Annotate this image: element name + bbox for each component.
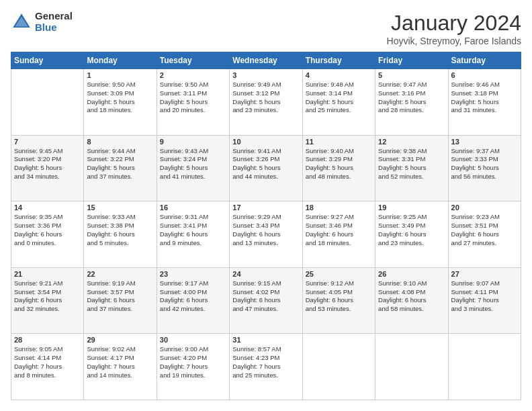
day-info: Sunrise: 9:50 AMSunset: 3:09 PMDaylight:… bbox=[87, 81, 153, 115]
table-row: 31Sunrise: 8:57 AMSunset: 4:23 PMDayligh… bbox=[230, 334, 302, 400]
day-number: 26 bbox=[378, 270, 445, 278]
day-info: Sunrise: 9:02 AMSunset: 4:17 PMDaylight:… bbox=[87, 345, 153, 379]
table-row: 27Sunrise: 9:07 AMSunset: 4:11 PMDayligh… bbox=[448, 267, 521, 334]
header-saturday: Saturday bbox=[448, 52, 521, 69]
day-info: Sunrise: 9:45 AMSunset: 3:20 PMDaylight:… bbox=[14, 147, 81, 181]
day-info: Sunrise: 9:15 AMSunset: 4:02 PMDaylight:… bbox=[232, 279, 299, 314]
day-info: Sunrise: 9:25 AMSunset: 3:49 PMDaylight:… bbox=[378, 213, 445, 247]
calendar-week-row: 21Sunrise: 9:21 AMSunset: 3:54 PMDayligh… bbox=[11, 267, 521, 334]
day-info: Sunrise: 9:31 AMSunset: 3:41 PMDaylight:… bbox=[160, 213, 226, 247]
header: General Blue January 2024 Hoyvik, Streym… bbox=[11, 11, 521, 46]
day-number: 1 bbox=[87, 71, 153, 79]
table-row bbox=[11, 69, 84, 136]
day-number: 23 bbox=[160, 270, 226, 278]
day-info: Sunrise: 9:12 AMSunset: 4:05 PMDaylight:… bbox=[306, 279, 372, 314]
day-number: 10 bbox=[232, 138, 299, 146]
day-info: Sunrise: 9:35 AMSunset: 3:36 PMDaylight:… bbox=[14, 213, 81, 247]
day-number: 6 bbox=[451, 71, 518, 79]
table-row: 25Sunrise: 9:12 AMSunset: 4:05 PMDayligh… bbox=[302, 267, 375, 334]
day-info: Sunrise: 9:00 AMSunset: 4:20 PMDaylight:… bbox=[160, 345, 226, 379]
day-info: Sunrise: 8:57 AMSunset: 4:23 PMDaylight:… bbox=[232, 345, 299, 379]
month-title: January 2024 bbox=[387, 11, 521, 36]
day-info: Sunrise: 9:05 AMSunset: 4:14 PMDaylight:… bbox=[14, 345, 81, 379]
table-row: 1Sunrise: 9:50 AMSunset: 3:09 PMDaylight… bbox=[84, 69, 157, 136]
table-row: 9Sunrise: 9:43 AMSunset: 3:24 PMDaylight… bbox=[157, 135, 229, 201]
table-row bbox=[375, 334, 448, 400]
logo-text: General Blue bbox=[35, 11, 73, 33]
day-info: Sunrise: 9:33 AMSunset: 3:38 PMDaylight:… bbox=[87, 213, 153, 247]
day-info: Sunrise: 9:48 AMSunset: 3:14 PMDaylight:… bbox=[306, 81, 372, 115]
day-number: 3 bbox=[232, 71, 299, 79]
page: General Blue January 2024 Hoyvik, Streym… bbox=[0, 0, 532, 411]
day-info: Sunrise: 9:41 AMSunset: 3:26 PMDaylight:… bbox=[232, 147, 299, 181]
day-number: 17 bbox=[232, 203, 299, 212]
calendar-week-row: 28Sunrise: 9:05 AMSunset: 4:14 PMDayligh… bbox=[11, 334, 521, 400]
day-number: 14 bbox=[14, 203, 81, 212]
header-wednesday: Wednesday bbox=[230, 52, 302, 69]
table-row: 14Sunrise: 9:35 AMSunset: 3:36 PMDayligh… bbox=[11, 201, 84, 268]
table-row: 18Sunrise: 9:27 AMSunset: 3:46 PMDayligh… bbox=[302, 201, 375, 268]
logo-blue: Blue bbox=[35, 22, 73, 34]
table-row: 13Sunrise: 9:37 AMSunset: 3:33 PMDayligh… bbox=[448, 135, 521, 201]
day-info: Sunrise: 9:47 AMSunset: 3:16 PMDaylight:… bbox=[378, 81, 445, 115]
day-info: Sunrise: 9:27 AMSunset: 3:46 PMDaylight:… bbox=[306, 213, 372, 247]
header-monday: Monday bbox=[84, 52, 157, 69]
day-number: 12 bbox=[378, 138, 445, 146]
day-number: 19 bbox=[378, 203, 445, 212]
header-thursday: Thursday bbox=[302, 52, 375, 69]
table-row: 5Sunrise: 9:47 AMSunset: 3:16 PMDaylight… bbox=[375, 69, 448, 136]
day-info: Sunrise: 9:17 AMSunset: 4:00 PMDaylight:… bbox=[160, 279, 226, 314]
day-info: Sunrise: 9:23 AMSunset: 3:51 PMDaylight:… bbox=[451, 213, 518, 247]
table-row: 10Sunrise: 9:41 AMSunset: 3:26 PMDayligh… bbox=[230, 135, 302, 201]
table-row: 20Sunrise: 9:23 AMSunset: 3:51 PMDayligh… bbox=[448, 201, 521, 268]
table-row: 11Sunrise: 9:40 AMSunset: 3:29 PMDayligh… bbox=[302, 135, 375, 201]
day-info: Sunrise: 9:43 AMSunset: 3:24 PMDaylight:… bbox=[160, 147, 226, 181]
table-row: 16Sunrise: 9:31 AMSunset: 3:41 PMDayligh… bbox=[157, 201, 229, 268]
table-row: 15Sunrise: 9:33 AMSunset: 3:38 PMDayligh… bbox=[84, 201, 157, 268]
table-row: 8Sunrise: 9:44 AMSunset: 3:22 PMDaylight… bbox=[84, 135, 157, 201]
day-number: 15 bbox=[87, 203, 153, 212]
table-row: 21Sunrise: 9:21 AMSunset: 3:54 PMDayligh… bbox=[11, 267, 84, 334]
calendar-week-row: 1Sunrise: 9:50 AMSunset: 3:09 PMDaylight… bbox=[11, 69, 521, 136]
table-row: 3Sunrise: 9:49 AMSunset: 3:12 PMDaylight… bbox=[230, 69, 302, 136]
day-number: 4 bbox=[306, 71, 372, 79]
table-row: 2Sunrise: 9:50 AMSunset: 3:11 PMDaylight… bbox=[157, 69, 229, 136]
day-number: 20 bbox=[451, 203, 518, 212]
table-row: 29Sunrise: 9:02 AMSunset: 4:17 PMDayligh… bbox=[84, 334, 157, 400]
day-number: 28 bbox=[14, 336, 81, 344]
header-tuesday: Tuesday bbox=[157, 52, 229, 69]
calendar-table: Sunday Monday Tuesday Wednesday Thursday… bbox=[11, 52, 521, 400]
day-number: 11 bbox=[306, 138, 372, 146]
table-row: 22Sunrise: 9:19 AMSunset: 3:57 PMDayligh… bbox=[84, 267, 157, 334]
table-row bbox=[448, 334, 521, 400]
day-info: Sunrise: 9:29 AMSunset: 3:43 PMDaylight:… bbox=[232, 213, 299, 247]
header-friday: Friday bbox=[375, 52, 448, 69]
calendar-week-row: 7Sunrise: 9:45 AMSunset: 3:20 PMDaylight… bbox=[11, 135, 521, 201]
day-info: Sunrise: 9:07 AMSunset: 4:11 PMDaylight:… bbox=[451, 279, 518, 314]
day-info: Sunrise: 9:46 AMSunset: 3:18 PMDaylight:… bbox=[451, 81, 518, 115]
logo: General Blue bbox=[11, 11, 73, 33]
day-number: 16 bbox=[160, 203, 226, 212]
day-number: 29 bbox=[87, 336, 153, 344]
day-info: Sunrise: 9:49 AMSunset: 3:12 PMDaylight:… bbox=[232, 81, 299, 115]
table-row: 19Sunrise: 9:25 AMSunset: 3:49 PMDayligh… bbox=[375, 201, 448, 268]
table-row: 4Sunrise: 9:48 AMSunset: 3:14 PMDaylight… bbox=[302, 69, 375, 136]
header-sunday: Sunday bbox=[11, 52, 84, 69]
logo-icon bbox=[11, 11, 32, 33]
day-number: 30 bbox=[160, 336, 226, 344]
table-row: 6Sunrise: 9:46 AMSunset: 3:18 PMDaylight… bbox=[448, 69, 521, 136]
day-number: 8 bbox=[87, 138, 153, 146]
day-number: 22 bbox=[87, 270, 153, 278]
day-info: Sunrise: 9:10 AMSunset: 4:08 PMDaylight:… bbox=[378, 279, 445, 314]
day-info: Sunrise: 9:38 AMSunset: 3:31 PMDaylight:… bbox=[378, 147, 445, 181]
day-number: 9 bbox=[160, 138, 226, 146]
table-row: 28Sunrise: 9:05 AMSunset: 4:14 PMDayligh… bbox=[11, 334, 84, 400]
day-number: 25 bbox=[306, 270, 372, 278]
day-number: 24 bbox=[232, 270, 299, 278]
day-number: 18 bbox=[306, 203, 372, 212]
day-info: Sunrise: 9:19 AMSunset: 3:57 PMDaylight:… bbox=[87, 279, 153, 314]
day-number: 2 bbox=[160, 71, 226, 79]
table-row bbox=[302, 334, 375, 400]
day-number: 31 bbox=[232, 336, 299, 344]
table-row: 7Sunrise: 9:45 AMSunset: 3:20 PMDaylight… bbox=[11, 135, 84, 201]
